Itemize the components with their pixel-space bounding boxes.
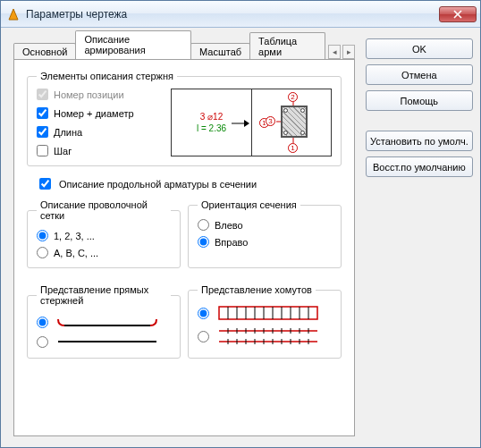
stirrup-style2-icon [215,327,322,345]
radio-stirrup-style2[interactable] [198,331,209,342]
stirrup-style1-icon [215,304,322,322]
checkbox-length[interactable] [37,126,48,138]
group-bar-elements-legend: Элементы описания стержня [37,71,177,81]
group-straight-rep: Представление прямых стержней [27,284,181,359]
bar-preview: 3 ⌀12 l = 2.36 1 2 3 [171,89,332,156]
straight-hooks-icon [54,315,161,329]
radio-straight-hooks[interactable] [37,317,48,328]
radio-stirrup-style1[interactable] [198,308,209,319]
checkbox-number-diameter[interactable] [37,107,48,119]
restore-default-button[interactable]: Восст.по умолчанию [366,156,473,177]
radio-mesh-alpha-label: A, B, C, ... [54,248,98,258]
ok-button[interactable]: OK [366,38,473,59]
help-button[interactable]: Помощь [366,90,473,111]
dialog-window: Параметры чертежа Основной Описание арми… [0,0,481,448]
radio-orient-right-label: Вправо [215,237,248,248]
button-column: OK Отмена Помощь Установить по умолч. Во… [366,38,473,436]
preview-section-rect [281,106,308,138]
tab-scale[interactable]: Масштаб [190,43,250,60]
svg-marker-4 [244,120,249,127]
group-orient-legend: Ориентация сечения [198,199,300,210]
checkbox-longitudinal-label: Описание продольной арматуры в сечении [59,179,257,190]
radio-mesh-numeric-label: 1, 2, 3, ... [54,231,95,241]
titlebar: Параметры чертежа [1,1,480,28]
straight-plain-icon [54,334,161,349]
radio-mesh-alpha[interactable] [37,247,48,258]
tab-main[interactable]: Основной [13,43,76,60]
group-section-orientation: Ориентация сечения Влево Вправо [188,199,342,268]
preview-rebar-dot [300,108,305,113]
tab-scroll-right[interactable]: ▸ [342,45,355,59]
cancel-button[interactable]: Отмена [366,64,473,85]
bar-preview-right: 1 2 3 1 [252,89,331,156]
tab-scroll-left[interactable]: ◂ [328,45,341,59]
preview-rebar-dot [283,108,288,113]
checkbox-longitudinal[interactable] [39,178,51,190]
checkbox-step[interactable] [37,145,48,156]
group-bar-elements: Элементы описания стержня Номер позиции … [27,71,342,166]
group-straight-legend: Представление прямых стержней [37,284,171,306]
app-icon [6,7,21,21]
close-button[interactable] [439,6,477,22]
radio-orient-left-label: Влево [215,220,243,231]
close-icon [453,10,462,19]
preview-rebar-dot [283,131,288,135]
svg-marker-0 [9,9,18,20]
tab-scroll-nav: ◂ ▸ [328,45,355,59]
bar-preview-left: 3 ⌀12 l = 2.36 [172,89,252,156]
checkbox-number-diameter-label: Номер + диаметр [54,108,134,119]
tab-reinforcement-description[interactable]: Описание армирования [75,30,191,59]
group-stirrup-legend: Представление хомутов [198,284,316,295]
tab-reinforcement-table[interactable]: Таблица арми [249,32,325,60]
preview-text-length: l = 2.36 [197,123,226,133]
checkbox-position-label: Номер позиции [54,89,124,100]
tab-pane: Элементы описания стержня Номер позиции … [13,59,355,436]
radio-orient-left[interactable] [198,219,209,231]
checkbox-step-label: Шаг [54,146,72,156]
radio-orient-right[interactable] [198,236,209,248]
group-mesh-description: Описание проволочной сетки 1, 2, 3, ... … [27,199,181,268]
checkbox-position [37,89,48,100]
radio-mesh-numeric[interactable] [37,230,48,241]
preview-rebar-dot [300,131,305,135]
checkbox-length-label: Длина [54,127,82,138]
preview-text-diam: 3 ⌀12 [200,112,223,122]
arrow-icon [232,118,249,129]
tab-area: Основной Описание армирования Масштаб Та… [13,38,355,436]
group-stirrup-rep: Представление хомутов [188,284,342,359]
radio-straight-plain[interactable] [37,336,48,348]
tab-strip: Основной Описание армирования Масштаб Та… [13,38,355,59]
svg-rect-10 [219,307,317,319]
window-title: Параметры чертежа [26,8,439,21]
dialog-body: Основной Описание армирования Масштаб Та… [1,28,480,447]
set-default-button[interactable]: Установить по умолч. [366,131,473,151]
group-mesh-legend: Описание проволочной сетки [37,199,171,221]
